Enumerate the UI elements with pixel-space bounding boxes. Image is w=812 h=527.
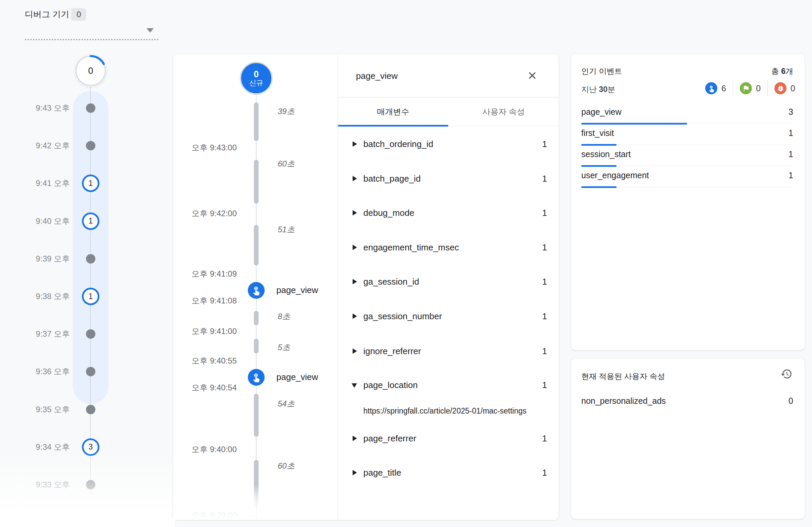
param-value: 1 xyxy=(542,243,547,253)
timeline-dot-marker[interactable] xyxy=(86,405,96,414)
time-window-label: 지난 30분 xyxy=(581,84,615,95)
param-row[interactable]: page_location1 xyxy=(338,377,559,394)
minute-timeline: 0 9:43 오후9:42 오후9:41 오후19:40 오후19:39 오후9… xyxy=(0,0,175,527)
timeline-dot-marker[interactable] xyxy=(86,329,96,339)
chevron-collapsed-icon[interactable] xyxy=(352,245,357,250)
param-row[interactable]: batch_page_id1 xyxy=(338,170,559,188)
event-marker[interactable] xyxy=(248,369,265,386)
top-event-row[interactable]: first_visit1 xyxy=(581,123,793,145)
param-row[interactable]: ga_session_number1 xyxy=(338,308,559,325)
top-event-row[interactable]: page_view3 xyxy=(581,102,793,124)
param-name: engagement_time_msec xyxy=(363,243,459,253)
timeline-row[interactable]: 9:37 오후 xyxy=(0,325,175,343)
chevron-collapsed-icon[interactable] xyxy=(352,210,357,216)
current-minute-marker[interactable]: 0 xyxy=(75,55,107,87)
chevron-collapsed-icon[interactable] xyxy=(352,348,357,354)
timeline-count-marker[interactable]: 1 xyxy=(82,213,99,230)
new-events-badge[interactable]: 0 신규 xyxy=(240,62,273,95)
param-row[interactable]: ga_session_id1 xyxy=(338,273,559,291)
param-name: batch_ordering_id xyxy=(363,139,433,149)
param-row[interactable]: page_title1 xyxy=(338,464,559,482)
chevron-collapsed-icon[interactable] xyxy=(352,279,357,284)
param-value: 1 xyxy=(542,208,547,218)
timeline-row[interactable]: 9:39 오후 xyxy=(0,249,175,268)
timeline-time-label: 9:37 오후 xyxy=(19,328,70,339)
top-event-name: session_start xyxy=(581,149,630,159)
top-event-row[interactable]: user_engagement1 xyxy=(581,166,793,187)
timeline-count-marker[interactable]: 1 xyxy=(82,288,99,305)
counter-value: 0 xyxy=(791,84,795,93)
stream-duration-label: 60초 xyxy=(278,460,295,471)
new-events-count: 0 xyxy=(253,70,259,79)
timeline-row[interactable]: 9:40 오후1 xyxy=(0,212,175,231)
chevron-collapsed-icon[interactable] xyxy=(352,470,357,475)
user-property-row[interactable]: non_personalized_ads0 xyxy=(581,392,793,412)
timeline-time-label: 9:39 오후 xyxy=(19,253,70,264)
chevron-collapsed-icon[interactable] xyxy=(352,176,357,181)
event-detail-title: page_view xyxy=(356,71,397,81)
event-marker[interactable] xyxy=(248,282,265,299)
stream-timestamp: 오후 9:42:00 xyxy=(183,208,237,219)
param-value: 1 xyxy=(542,346,547,356)
param-row[interactable]: debug_mode1 xyxy=(338,204,559,222)
timeline-time-label: 9:38 오후 xyxy=(19,291,70,302)
timeline-dot-marker[interactable] xyxy=(86,367,96,376)
timeline-time-label: 9:43 오후 xyxy=(19,103,70,114)
param-name: batch_page_id xyxy=(363,174,421,184)
bug-icon xyxy=(774,82,786,94)
timeline-time-label: 9:35 오후 xyxy=(19,404,70,415)
top-event-count: 1 xyxy=(788,149,793,159)
timeline-dot-marker[interactable] xyxy=(86,141,96,150)
engagement-capsule xyxy=(254,225,259,265)
timeline-row[interactable]: 9:41 오후1 xyxy=(0,174,175,193)
stream-duration-label: 39초 xyxy=(278,106,295,117)
user-properties-title: 현재 적용된 사용자 속성 xyxy=(581,371,665,382)
stream-fade-overlay xyxy=(173,483,337,520)
timeline-count-marker[interactable]: 1 xyxy=(82,175,99,192)
user-properties-card: 현재 적용된 사용자 속성 non_personalized_ads0 xyxy=(571,358,805,519)
history-icon xyxy=(780,368,793,380)
param-row[interactable]: engagement_time_msec1 xyxy=(338,239,559,257)
event-stream-card: 0 신규 오후 9:43:00오후 9:42:00오후 9:41:09오후 9:… xyxy=(173,54,559,520)
engagement-capsule xyxy=(254,394,259,437)
top-event-row[interactable]: session_start1 xyxy=(581,145,793,166)
close-icon xyxy=(526,70,538,81)
param-row[interactable]: page_referrer1 xyxy=(338,430,559,448)
flag-icon xyxy=(740,82,752,94)
engagement-capsule xyxy=(254,339,259,353)
param-row[interactable]: batch_ordering_id1 xyxy=(338,136,559,153)
tab-user-properties[interactable]: 사용자 속성 xyxy=(448,97,559,126)
chevron-collapsed-icon[interactable] xyxy=(352,141,357,147)
top-events-title: 인기 이벤트 xyxy=(581,66,622,76)
timeline-row[interactable]: 9:36 오후 xyxy=(0,362,175,381)
timeline-row[interactable]: 9:35 오후 xyxy=(0,400,175,419)
top-event-count-bar xyxy=(581,186,617,188)
counter-divider xyxy=(733,80,733,96)
timeline-dot-marker[interactable] xyxy=(86,103,96,113)
debugview-screen: 디버그 기기 0 0 9:43 오후9:42 오후9:41 오후19:40 오후… xyxy=(0,0,812,527)
counter-value: 6 xyxy=(721,84,726,93)
top-event-count: 1 xyxy=(788,128,793,138)
param-value: 1 xyxy=(542,433,547,444)
tab-parameters[interactable]: 매개변수 xyxy=(338,97,448,126)
timeline-time-label: 9:36 오후 xyxy=(19,366,70,377)
timeline-row[interactable]: 9:38 오후1 xyxy=(0,287,175,306)
param-value: 1 xyxy=(542,277,547,287)
stream-timestamp: 오후 9:40:54 xyxy=(183,382,237,393)
counter-divider xyxy=(767,80,768,96)
timeline-row[interactable]: 9:42 오후 xyxy=(0,136,175,155)
close-button[interactable] xyxy=(526,70,540,83)
chevron-collapsed-icon[interactable] xyxy=(352,313,357,319)
param-name: page_referrer xyxy=(363,433,417,444)
history-button[interactable] xyxy=(780,368,795,383)
stream-duration-label: 5초 xyxy=(278,342,290,353)
timeline-row[interactable]: 9:43 오후 xyxy=(0,99,175,117)
stream-timestamp: 오후 9:40:55 xyxy=(183,355,237,366)
chevron-expanded-icon[interactable] xyxy=(352,383,357,388)
param-row[interactable]: ignore_referrer1 xyxy=(338,343,559,360)
event-marker-label[interactable]: page_view xyxy=(276,372,318,382)
chevron-collapsed-icon[interactable] xyxy=(352,436,357,441)
event-marker-label[interactable]: page_view xyxy=(276,285,318,295)
summary-counters: 600 xyxy=(705,80,795,96)
timeline-dot-marker[interactable] xyxy=(86,254,96,263)
